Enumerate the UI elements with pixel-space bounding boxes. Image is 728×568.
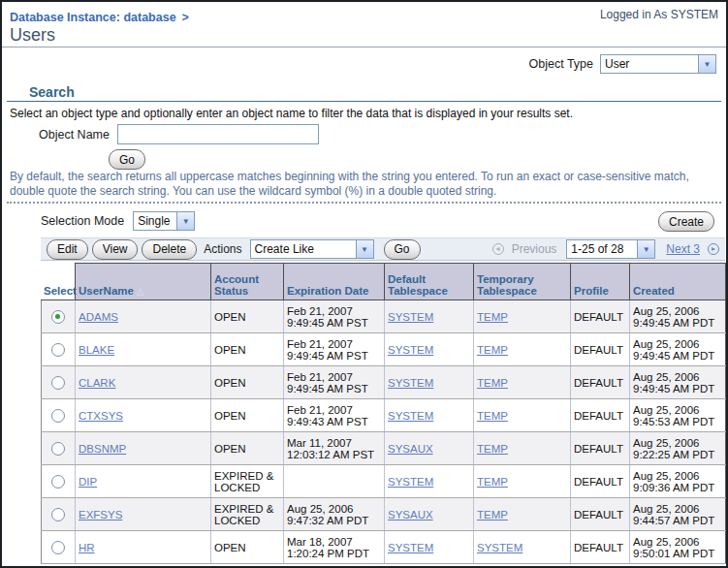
row-select-radio[interactable] [51, 409, 65, 423]
selection-mode-value: Single [134, 212, 176, 230]
temporary-tablespace-link[interactable]: TEMP [477, 410, 508, 422]
temporary-tablespace-cell: TEMP [474, 333, 571, 366]
default-tablespace-link[interactable]: SYSTEM [388, 311, 433, 323]
temporary-tablespace-link[interactable]: SYSTEM [477, 542, 522, 553]
username-link[interactable]: DBSNMP [79, 443, 126, 455]
chevron-down-icon[interactable]: ▼ [698, 55, 715, 73]
row-select-radio[interactable] [51, 376, 65, 390]
column-header-profile: Profile [571, 264, 630, 300]
title-divider [2, 47, 726, 47]
default-tablespace-cell: SYSTEM [385, 333, 474, 366]
row-select-radio[interactable] [51, 541, 65, 554]
username-link[interactable]: CTXSYS [79, 410, 123, 422]
profile-cell: DEFAULT [571, 399, 630, 432]
select-cell [42, 333, 76, 366]
edit-button[interactable]: Edit [47, 239, 88, 260]
username-cell: DIP [76, 465, 211, 498]
row-select-radio[interactable] [51, 310, 65, 324]
created-cell: Aug 25, 2006 9:50:01 AM PDT [630, 531, 726, 564]
temporary-tablespace-link[interactable]: TEMP [477, 311, 508, 323]
username-link[interactable]: EXFSYS [79, 509, 122, 521]
username-link[interactable]: CLARK [79, 377, 115, 389]
username-link[interactable]: DIP [79, 476, 97, 488]
default-tablespace-link[interactable]: SYSAUX [388, 509, 433, 521]
breadcrumb-database-instance-link[interactable]: Database Instance: database [10, 11, 176, 24]
selection-mode-select[interactable]: Single ▼ [133, 211, 195, 231]
delete-button[interactable]: Delete [142, 239, 197, 260]
chevron-down-icon[interactable]: ▼ [176, 212, 194, 230]
temporary-tablespace-cell: TEMP [474, 366, 571, 399]
column-header-temporary-tablespace: Temporary Tablespace [474, 264, 571, 300]
sort-ascending-icon[interactable]: △ [137, 286, 144, 297]
default-tablespace-cell: SYSTEM [385, 399, 474, 432]
object-name-input[interactable] [117, 124, 319, 144]
table-row: BLAKE OPEN Feb 21, 2007 9:49:45 AM PST S… [42, 333, 726, 366]
temporary-tablespace-link[interactable]: TEMP [477, 344, 508, 356]
expiration-date-cell [284, 465, 385, 498]
account-status-cell: OPEN [211, 432, 284, 465]
account-status-cell: OPEN [211, 366, 284, 399]
username-cell: CLARK [76, 366, 211, 399]
default-tablespace-link[interactable]: SYSTEM [388, 344, 433, 356]
table-row: CTXSYS OPEN Feb 21, 2007 9:49:43 AM PST … [42, 399, 726, 432]
profile-cell: DEFAULT [571, 531, 630, 564]
default-tablespace-link[interactable]: SYSTEM [388, 542, 433, 553]
temporary-tablespace-link[interactable]: TEMP [477, 509, 508, 521]
expiration-date-cell: Feb 21, 2007 9:49:45 AM PST [284, 366, 385, 399]
account-status-cell: EXPIRED & LOCKED [211, 465, 284, 498]
default-tablespace-link[interactable]: SYSTEM [388, 410, 433, 422]
logged-in-as: Logged in As SYSTEM [600, 8, 718, 21]
chevron-down-icon[interactable]: ▼ [356, 240, 373, 258]
row-select-radio[interactable] [51, 442, 65, 456]
table-toolbar: Edit View Delete Actions Create Like ▼ G… [41, 237, 725, 261]
expiration-date-cell: Mar 18, 2007 1:20:24 PM PDT [284, 531, 385, 564]
username-link[interactable]: HR [79, 542, 95, 553]
chevron-down-icon[interactable]: ▼ [637, 240, 654, 258]
table-header-row: Select UserName△ Account Status Expirati… [42, 264, 726, 300]
selection-mode-row: Selection Mode Single ▼ [41, 211, 195, 231]
username-cell: CTXSYS [76, 399, 211, 432]
row-select-radio[interactable] [51, 343, 65, 357]
profile-cell: DEFAULT [571, 333, 630, 366]
actions-select[interactable]: Create Like ▼ [250, 239, 374, 259]
next-page-icon[interactable]: ▸ [708, 243, 719, 255]
search-go-button[interactable]: Go [109, 149, 145, 170]
temporary-tablespace-link[interactable]: TEMP [477, 443, 508, 455]
username-cell: HR [76, 531, 211, 564]
temporary-tablespace-link[interactable]: TEMP [477, 377, 508, 389]
default-tablespace-cell: SYSTEM [385, 531, 474, 564]
object-type-select[interactable]: User ▼ [600, 54, 716, 74]
view-button[interactable]: View [92, 239, 139, 260]
breadcrumb-separator: > [182, 11, 189, 24]
default-tablespace-link[interactable]: SYSAUX [388, 443, 433, 455]
next-page-link[interactable]: Next 3 [666, 242, 700, 256]
temporary-tablespace-cell: TEMP [474, 465, 571, 498]
table-row: CLARK OPEN Feb 21, 2007 9:49:45 AM PST S… [42, 366, 726, 399]
created-cell: Aug 25, 2006 9:44:57 AM PDT [630, 498, 726, 531]
temporary-tablespace-cell: SYSTEM [474, 531, 571, 564]
select-cell [42, 531, 76, 564]
row-select-radio[interactable] [51, 508, 65, 521]
table-row: ADAMS OPEN Feb 21, 2007 9:49:45 AM PST S… [42, 300, 726, 333]
username-link[interactable]: BLAKE [79, 344, 114, 356]
object-name-row: Object Name [39, 124, 319, 144]
search-description: Select an object type and optionally ent… [10, 107, 573, 120]
actions-go-button[interactable]: Go [384, 239, 421, 260]
default-tablespace-link[interactable]: SYSTEM [388, 476, 433, 488]
table-row: DIP EXPIRED & LOCKED SYSTEM TEMP DEFAULT… [42, 465, 726, 498]
object-type-label: Object Type [529, 57, 593, 71]
expiration-date-cell: Feb 21, 2007 9:49:45 AM PST [284, 333, 385, 366]
profile-cell: DEFAULT [571, 432, 630, 465]
create-button[interactable]: Create [658, 211, 714, 232]
created-cell: Aug 25, 2006 9:22:25 AM PDT [630, 432, 726, 465]
column-header-username[interactable]: UserName△ [76, 264, 211, 300]
username-link[interactable]: ADAMS [79, 311, 118, 323]
row-select-radio[interactable] [51, 475, 65, 489]
default-tablespace-link[interactable]: SYSTEM [388, 377, 433, 389]
object-type-row: Object Type User ▼ [529, 54, 716, 74]
username-cell: DBSNMP [76, 432, 211, 465]
select-cell [42, 498, 76, 531]
temporary-tablespace-link[interactable]: TEMP [477, 476, 508, 488]
record-range-select[interactable]: 1-25 of 28 ▼ [566, 239, 655, 259]
temporary-tablespace-cell: TEMP [474, 498, 571, 531]
